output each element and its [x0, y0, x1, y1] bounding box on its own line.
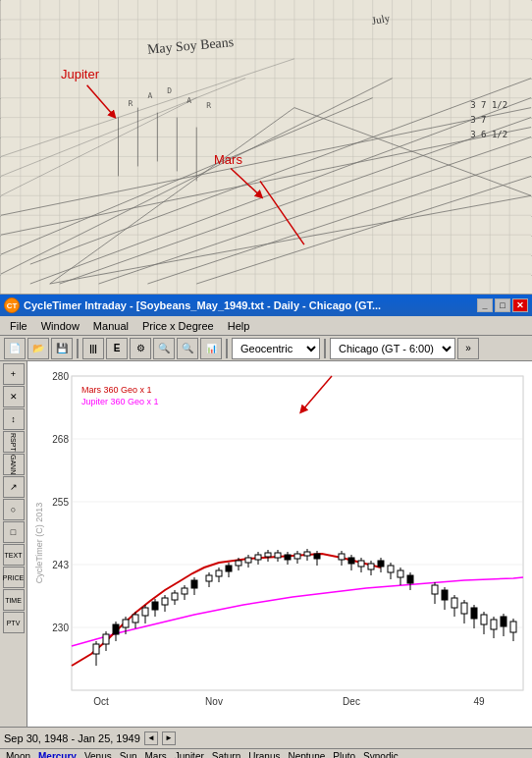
astro-mars[interactable]: Mars: [141, 751, 171, 758]
svg-text:A: A: [147, 91, 152, 100]
toolbar-settings[interactable]: ⚙: [130, 338, 151, 359]
toolbar-zoom-in[interactable]: 🔍: [177, 338, 198, 359]
astro-moon[interactable]: Moon: [2, 751, 34, 758]
astro-row-1: Moon Mercury Venus Sun Mars Jupiter Satu…: [0, 749, 532, 758]
location-dropdown[interactable]: Chicago (GT - 6:00): [330, 338, 455, 359]
svg-text:R: R: [206, 101, 211, 110]
toolbar-e[interactable]: E: [106, 338, 128, 359]
menu-bar: File Window Manual Price x Degree Help: [0, 316, 532, 336]
astro-saturn[interactable]: Saturn: [208, 751, 244, 758]
date-range-text: Sep 30, 1948 - Jan 25, 1949: [4, 732, 140, 744]
toolbar-sep2: [226, 339, 228, 358]
svg-rect-101: [133, 615, 138, 623]
svg-rect-143: [358, 561, 364, 567]
astro-mercury[interactable]: Mercury: [34, 751, 80, 758]
tool-time[interactable]: TIME: [3, 589, 25, 611]
svg-rect-117: [216, 570, 222, 576]
tool-text[interactable]: TEXT: [3, 544, 25, 566]
tool-line[interactable]: ↗: [3, 476, 25, 498]
svg-rect-99: [123, 620, 129, 627]
geocentric-dropdown[interactable]: Geocentric Heliocentric: [232, 338, 320, 359]
tool-rect[interactable]: □: [3, 521, 25, 543]
tool-rspt[interactable]: RSPT: [3, 431, 25, 453]
toolbar-bars[interactable]: |||: [82, 338, 104, 359]
date-next-button[interactable]: ►: [162, 731, 176, 745]
astro-uranus[interactable]: Uranus: [244, 751, 284, 758]
tool-gann[interactable]: GANN: [3, 454, 25, 475]
toolbar-sep1: [77, 339, 79, 358]
svg-rect-155: [432, 585, 438, 594]
svg-text:3 7 1/2: 3 7 1/2: [470, 100, 507, 110]
jupiter-annotation: Jupiter: [61, 67, 99, 81]
tool-circle[interactable]: ○: [3, 499, 25, 520]
svg-rect-113: [191, 580, 197, 588]
toolbar-new[interactable]: 📄: [4, 338, 26, 359]
svg-rect-127: [265, 553, 271, 557]
svg-rect-95: [103, 634, 109, 644]
title-buttons[interactable]: _ □ ✕: [477, 298, 528, 312]
astro-bar: Moon Mercury Venus Sun Mars Jupiter Satu…: [0, 748, 532, 758]
svg-text:243: 243: [52, 560, 69, 570]
tool-price[interactable]: PRICE: [3, 567, 25, 588]
svg-text:R: R: [128, 99, 133, 108]
date-bar: Sep 30, 1948 - Jan 25, 1949 ◄ ►: [0, 727, 532, 748]
toolbar-save[interactable]: 💾: [51, 338, 73, 359]
svg-rect-149: [388, 566, 394, 572]
svg-rect-111: [182, 588, 187, 594]
toolbar-sep3: [324, 339, 326, 358]
svg-rect-157: [442, 590, 448, 600]
astro-jupiter[interactable]: Jupiter: [171, 751, 208, 758]
svg-rect-169: [501, 617, 506, 626]
menu-price-degree[interactable]: Price x Degree: [136, 319, 220, 333]
svg-rect-105: [152, 602, 158, 610]
toolbar-expand[interactable]: »: [457, 338, 479, 359]
svg-rect-107: [162, 598, 168, 605]
date-prev-button[interactable]: ◄: [144, 731, 158, 745]
svg-rect-115: [206, 575, 212, 581]
title-bar-left: CT CycleTimer Intraday - [Soybeans_May_1…: [4, 298, 381, 313]
svg-rect-0: [1, 0, 531, 294]
svg-rect-137: [314, 554, 320, 559]
svg-rect-125: [255, 555, 261, 560]
app-icon: CT: [4, 298, 20, 313]
svg-rect-119: [226, 566, 232, 571]
minimize-button[interactable]: _: [477, 298, 493, 312]
menu-window[interactable]: Window: [35, 319, 85, 333]
chart-area: 280 268 255 243 230 Oct Nov Dec 49: [27, 361, 532, 727]
svg-text:CycleTimer (C) 2013: CycleTimer (C) 2013: [34, 503, 44, 584]
svg-text:3 6 1/2: 3 6 1/2: [470, 130, 507, 139]
svg-rect-129: [275, 553, 281, 558]
svg-text:3 7: 3 7: [470, 115, 486, 125]
astro-neptune[interactable]: Neptune: [285, 751, 330, 758]
svg-text:Dec: Dec: [343, 696, 360, 707]
svg-rect-151: [398, 570, 403, 577]
svg-text:280: 280: [52, 371, 69, 382]
tool-pointer[interactable]: ✕: [3, 386, 25, 407]
toolbar-open[interactable]: 📂: [27, 338, 49, 359]
tool-crosshair[interactable]: +: [3, 363, 25, 385]
svg-rect-147: [378, 561, 384, 567]
astro-venus[interactable]: Venus: [80, 751, 116, 758]
menu-help[interactable]: Help: [222, 319, 256, 333]
tool-ptv[interactable]: PTV: [3, 612, 25, 633]
menu-manual[interactable]: Manual: [87, 319, 134, 333]
astro-pluto[interactable]: Pluto: [329, 751, 359, 758]
svg-text:255: 255: [52, 497, 69, 508]
sketch-area: May Soy Beans July 3 7 1/2 3 7 3 6 1/2 R: [0, 0, 532, 295]
tool-arrow[interactable]: ↕: [3, 408, 25, 430]
astro-synodic[interactable]: Synodic: [359, 751, 402, 758]
svg-text:268: 268: [52, 434, 69, 445]
svg-rect-145: [368, 564, 374, 569]
svg-rect-109: [172, 593, 178, 600]
svg-rect-139: [339, 554, 345, 560]
menu-file[interactable]: File: [4, 319, 33, 333]
svg-rect-76: [72, 376, 523, 690]
close-button[interactable]: ✕: [512, 298, 528, 312]
astro-sun[interactable]: Sun: [116, 751, 141, 758]
svg-text:Oct: Oct: [93, 696, 109, 707]
toolbar-zoom-out[interactable]: 🔍: [153, 338, 175, 359]
toolbar-chart[interactable]: 📊: [200, 338, 222, 359]
maximize-button[interactable]: □: [495, 298, 510, 312]
svg-text:A: A: [186, 96, 191, 105]
svg-text:Jupiter 360 Geo x 1: Jupiter 360 Geo x 1: [81, 397, 159, 406]
